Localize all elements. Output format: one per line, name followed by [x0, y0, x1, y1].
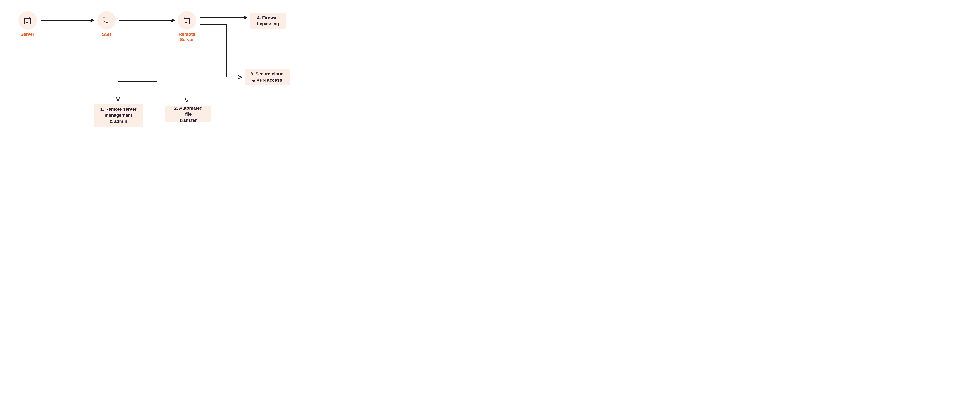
server-node-icon	[18, 11, 37, 30]
ssh-label: SSH	[102, 32, 111, 37]
server-icon	[23, 16, 32, 25]
arrow-remote-to-cloud-vpn	[200, 24, 242, 77]
server-label: Server	[21, 32, 35, 37]
svg-point-2	[104, 17, 105, 18]
use-case-cloud-vpn: 3. Secure cloud & VPN access	[245, 69, 290, 85]
use-case-file-transfer: 2. Automated file transfer	[165, 106, 211, 122]
svg-point-3	[105, 17, 106, 18]
ssh-node-icon	[97, 11, 116, 30]
remote-server-node-icon	[178, 11, 196, 30]
svg-point-1	[103, 17, 104, 18]
remote-server-icon	[182, 16, 191, 25]
terminal-icon	[102, 16, 111, 24]
ssh-diagram: Server SSH Remote Server 1. Remote serve…	[0, 0, 327, 138]
use-case-firewall: 4. Firewall bypassing	[250, 13, 286, 29]
use-case-remote-mgmt: 1. Remote server management & admin	[94, 104, 143, 127]
arrow-remote-to-mgmt	[118, 27, 157, 101]
remote-server-label: Remote Server	[179, 32, 195, 42]
